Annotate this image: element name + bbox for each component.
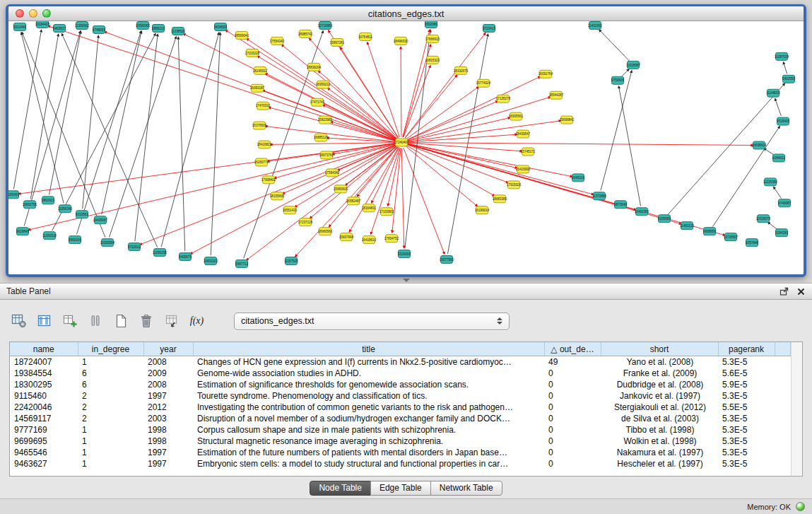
graph-node[interactable]: 9862923 <box>42 197 54 204</box>
citation-edge[interactable] <box>30 34 58 199</box>
cell-out-de[interactable]: 0 <box>544 402 601 413</box>
graph-node[interactable]: 17015228 <box>245 49 260 57</box>
cell-pagerank[interactable]: 5.9E-5 <box>718 379 775 390</box>
citation-edge[interactable] <box>76 31 141 235</box>
close-panel-button[interactable] <box>796 287 806 296</box>
cell-year[interactable]: 2003 <box>143 413 193 424</box>
graph-node[interactable]: 17237128 <box>298 218 313 226</box>
graph-node[interactable]: 11157526 <box>284 257 298 265</box>
graph-node[interactable]: 9402550 <box>782 75 795 83</box>
cell-in-degree[interactable]: 1 <box>78 424 143 436</box>
cell-year[interactable]: 2012 <box>143 402 193 413</box>
graph-node[interactable]: 11309662 <box>75 21 90 29</box>
cell-out-de[interactable]: 0 <box>544 447 601 458</box>
minimize-window-button[interactable] <box>29 9 37 18</box>
graph-node[interactable]: 18192679 <box>454 66 469 74</box>
graph-node[interactable]: 15950926 <box>334 185 348 193</box>
graph-node[interactable]: 18155695 <box>270 192 285 200</box>
graph-node[interactable]: 16418610 <box>362 236 377 244</box>
graph-node[interactable]: 17594340 <box>325 169 340 177</box>
cell-name[interactable]: 9465546 <box>10 447 78 458</box>
import-table-button[interactable] <box>162 312 181 331</box>
function-builder-button[interactable]: f(x) <box>187 312 206 331</box>
cell-title[interactable]: Investigating the contribution of common… <box>193 402 544 413</box>
table-row[interactable]: 1872400712008Changes of HCN gene express… <box>10 356 791 368</box>
cell-name[interactable]: 9115460 <box>10 390 78 402</box>
graph-node[interactable]: 18416821 <box>257 141 272 148</box>
graph-node[interactable]: 9668956 <box>703 228 716 235</box>
column-header-in-degree[interactable]: in_degree <box>78 342 143 356</box>
citation-edge-red[interactable] <box>371 148 400 234</box>
graph-node[interactable]: 10318078 <box>756 215 771 223</box>
graph-node[interactable]: 10726507 <box>724 233 739 241</box>
cell-short[interactable]: Wolkin et al. (1998) <box>601 436 718 447</box>
graph-node[interactable]: 18496030 <box>394 37 408 45</box>
cell-pagerank[interactable]: 5.6E-5 <box>718 368 775 379</box>
graph-node[interactable]: 11018587 <box>626 61 641 69</box>
cell-out-de[interactable]: 49 <box>544 356 601 368</box>
citation-edge-red[interactable] <box>406 101 498 141</box>
cell-out-de[interactable]: 0 <box>544 368 601 379</box>
graph-node[interactable]: 11493115 <box>680 222 694 230</box>
citation-edge[interactable] <box>178 37 185 251</box>
show-columns-button[interactable] <box>35 312 54 331</box>
graph-node[interactable]: 9629848 <box>16 228 29 235</box>
graph-node[interactable]: 9634509 <box>214 23 227 30</box>
table-row[interactable]: 911546021997Tourette syndrome. Phenomeno… <box>10 390 791 402</box>
graph-node[interactable]: 9722610 <box>128 243 141 251</box>
cell-in-degree[interactable]: 1 <box>78 356 143 368</box>
cell-title[interactable]: Estimation of significance thresholds fo… <box>193 379 544 390</box>
citation-edge[interactable] <box>52 33 156 230</box>
cell-short[interactable]: Tibbo et al. (1998) <box>601 424 718 436</box>
graph-node[interactable]: 15867281 <box>330 38 345 46</box>
citation-edge[interactable] <box>599 30 630 61</box>
cell-pagerank[interactable]: 5.3E-5 <box>718 458 775 469</box>
citation-edge-red[interactable] <box>406 146 495 197</box>
citation-edge[interactable] <box>135 34 158 241</box>
graph-node[interactable]: 10435067 <box>93 216 108 224</box>
citation-edge-red[interactable] <box>406 144 508 182</box>
cell-name[interactable]: 19384554 <box>10 368 78 379</box>
citation-edge[interactable] <box>783 62 787 74</box>
column-header-short[interactable]: short <box>601 342 718 356</box>
cell-year[interactable]: 1997 <box>143 390 193 402</box>
cell-title[interactable]: Corpus callosum shape and size in male p… <box>193 424 544 436</box>
graph-node[interactable]: 9155493 <box>8 191 19 199</box>
cell-name[interactable]: 9463627 <box>10 458 78 469</box>
graph-node[interactable]: 9518406 <box>777 117 789 125</box>
network-canvas[interactable]: 1724049718599041170152281824591216093187… <box>8 21 804 274</box>
table-row[interactable]: 977716911998Corpus callosum shape and si… <box>10 424 791 436</box>
citation-edge-red[interactable] <box>407 117 510 141</box>
graph-node[interactable]: 11431692 <box>588 21 603 29</box>
graph-node[interactable]: 17908402 <box>261 176 276 184</box>
graph-node[interactable]: 9310563 <box>76 211 88 218</box>
cell-in-degree[interactable]: 6 <box>78 368 143 379</box>
cell-title[interactable]: Estimation of the future numbers of pati… <box>193 447 544 458</box>
citation-edge[interactable] <box>773 187 781 199</box>
tab-node-table[interactable]: Node Table <box>310 481 371 496</box>
graph-node[interactable]: 9357848 <box>746 239 758 247</box>
graph-node[interactable]: 16415990 <box>516 165 531 173</box>
graph-node[interactable]: 10833203 <box>204 257 218 265</box>
graph-node[interactable]: 9012446 <box>13 23 26 30</box>
cell-name[interactable]: 18724007 <box>10 356 78 368</box>
graph-node[interactable]: 10200584 <box>100 239 115 247</box>
citation-edge-red[interactable] <box>183 34 396 140</box>
cell-title[interactable]: Disruption of a novel member of a sodium… <box>193 413 544 424</box>
network-view-window[interactable]: citations_edges.txt 17240497185990411701… <box>6 4 806 277</box>
citation-edge[interactable] <box>767 222 777 229</box>
citation-edge[interactable] <box>668 83 784 215</box>
citation-edge[interactable] <box>764 148 775 155</box>
graph-node[interactable]: 15745172 <box>521 148 536 156</box>
graph-node[interactable]: 17470310 <box>256 102 271 110</box>
cell-pagerank[interactable]: 5.5E-5 <box>718 402 775 413</box>
graph-node[interactable]: 18839294 <box>307 63 322 71</box>
cell-title[interactable]: Genome-wide association studies in ADHD. <box>193 368 544 379</box>
graph-node[interactable]: 16091764 <box>539 70 553 78</box>
graph-node[interactable]: 10638924 <box>752 141 767 149</box>
graph-node[interactable]: 10194428 <box>35 21 50 28</box>
graph-node[interactable]: 9205689 <box>658 215 671 223</box>
cell-title[interactable]: Embryonic stem cells: a model to study s… <box>193 458 544 469</box>
citation-edge-red[interactable] <box>270 143 396 145</box>
graph-node[interactable]: 9046316 <box>572 174 584 182</box>
